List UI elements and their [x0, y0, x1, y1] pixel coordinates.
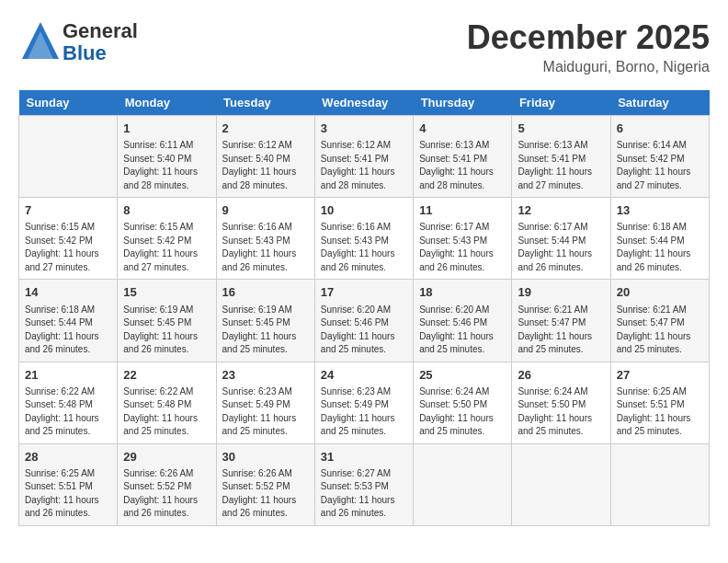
- calendar-cell: 17Sunrise: 6:20 AMSunset: 5:46 PMDayligh…: [314, 280, 413, 362]
- header-friday: Friday: [512, 90, 610, 116]
- calendar-cell: [610, 443, 709, 525]
- header-row: SundayMondayTuesdayWednesdayThursdayFrid…: [19, 90, 710, 116]
- calendar-cell: 21Sunrise: 6:22 AMSunset: 5:48 PMDayligh…: [19, 362, 118, 443]
- day-number: 5: [518, 121, 604, 137]
- day-number: 19: [518, 284, 604, 301]
- cell-info: Sunrise: 6:23 AMSunset: 5:49 PMDaylight:…: [321, 385, 407, 439]
- cell-info: Sunrise: 6:17 AMSunset: 5:43 PMDaylight:…: [419, 221, 506, 274]
- cell-info: Sunrise: 6:23 AMSunset: 5:49 PMDaylight:…: [222, 385, 309, 439]
- cell-info: Sunrise: 6:25 AMSunset: 5:51 PMDaylight:…: [25, 467, 111, 521]
- day-number: 13: [617, 202, 703, 219]
- cell-info: Sunrise: 6:25 AMSunset: 5:51 PMDaylight:…: [617, 385, 703, 439]
- calendar-cell: 20Sunrise: 6:21 AMSunset: 5:47 PMDayligh…: [610, 280, 709, 362]
- header-thursday: Thursday: [414, 90, 512, 116]
- cell-info: Sunrise: 6:15 AMSunset: 5:42 PMDaylight:…: [25, 221, 111, 274]
- day-number: 11: [419, 202, 506, 219]
- day-number: 25: [419, 367, 506, 384]
- week-row: 7Sunrise: 6:15 AMSunset: 5:42 PMDaylight…: [19, 198, 710, 280]
- calendar-cell: 16Sunrise: 6:19 AMSunset: 5:45 PMDayligh…: [216, 280, 314, 362]
- calendar-cell: 12Sunrise: 6:17 AMSunset: 5:44 PMDayligh…: [512, 198, 610, 280]
- calendar-cell: 19Sunrise: 6:21 AMSunset: 5:47 PMDayligh…: [512, 280, 610, 362]
- cell-info: Sunrise: 6:22 AMSunset: 5:48 PMDaylight:…: [123, 385, 210, 439]
- cell-info: Sunrise: 6:11 AMSunset: 5:40 PMDaylight:…: [123, 139, 210, 192]
- calendar-cell: 8Sunrise: 6:15 AMSunset: 5:42 PMDaylight…: [118, 198, 216, 280]
- day-number: 7: [25, 202, 111, 219]
- day-number: 10: [321, 202, 407, 219]
- day-number: 15: [123, 284, 210, 301]
- day-number: 16: [222, 284, 309, 301]
- header-tuesday: Tuesday: [216, 90, 314, 116]
- day-number: 12: [518, 202, 604, 219]
- cell-info: Sunrise: 6:16 AMSunset: 5:43 PMDaylight:…: [321, 221, 407, 274]
- cell-info: Sunrise: 6:24 AMSunset: 5:50 PMDaylight:…: [419, 385, 506, 439]
- cell-info: Sunrise: 6:12 AMSunset: 5:40 PMDaylight:…: [222, 139, 309, 192]
- cell-info: Sunrise: 6:19 AMSunset: 5:45 PMDaylight:…: [222, 304, 309, 357]
- cell-info: Sunrise: 6:27 AMSunset: 5:53 PMDaylight:…: [321, 467, 407, 521]
- calendar-cell: 5Sunrise: 6:13 AMSunset: 5:41 PMDaylight…: [512, 116, 610, 198]
- day-number: 20: [617, 284, 703, 301]
- calendar-cell: 29Sunrise: 6:26 AMSunset: 5:52 PMDayligh…: [118, 443, 216, 525]
- calendar-cell: 4Sunrise: 6:13 AMSunset: 5:41 PMDaylight…: [414, 116, 512, 198]
- day-number: 3: [321, 121, 407, 137]
- calendar-cell: 25Sunrise: 6:24 AMSunset: 5:50 PMDayligh…: [414, 362, 512, 443]
- calendar-cell: 31Sunrise: 6:27 AMSunset: 5:53 PMDayligh…: [314, 443, 413, 525]
- calendar-cell: 26Sunrise: 6:24 AMSunset: 5:50 PMDayligh…: [512, 362, 610, 443]
- calendar-cell: 24Sunrise: 6:23 AMSunset: 5:49 PMDayligh…: [314, 362, 413, 443]
- cell-info: Sunrise: 6:20 AMSunset: 5:46 PMDaylight:…: [321, 304, 407, 357]
- day-number: 23: [222, 367, 309, 384]
- day-number: 17: [321, 284, 407, 301]
- calendar-cell: 15Sunrise: 6:19 AMSunset: 5:45 PMDayligh…: [118, 280, 216, 362]
- day-number: 26: [518, 367, 604, 384]
- cell-info: Sunrise: 6:21 AMSunset: 5:47 PMDaylight:…: [518, 304, 604, 357]
- week-row: 28Sunrise: 6:25 AMSunset: 5:51 PMDayligh…: [19, 443, 710, 525]
- logo-text: General Blue: [63, 20, 138, 64]
- cell-info: Sunrise: 6:18 AMSunset: 5:44 PMDaylight:…: [617, 221, 703, 274]
- cell-info: Sunrise: 6:12 AMSunset: 5:41 PMDaylight:…: [321, 139, 407, 192]
- calendar-cell: 18Sunrise: 6:20 AMSunset: 5:46 PMDayligh…: [414, 280, 512, 362]
- header-wednesday: Wednesday: [314, 90, 413, 116]
- header-sunday: Sunday: [19, 90, 118, 116]
- calendar-cell: 3Sunrise: 6:12 AMSunset: 5:41 PMDaylight…: [314, 116, 413, 198]
- logo-icon: [18, 18, 63, 63]
- title-block: December 2025 Maiduguri, Borno, Nigeria: [467, 18, 710, 75]
- header-saturday: Saturday: [610, 90, 709, 116]
- day-number: 14: [25, 284, 111, 301]
- cell-info: Sunrise: 6:13 AMSunset: 5:41 PMDaylight:…: [419, 139, 506, 192]
- week-row: 21Sunrise: 6:22 AMSunset: 5:48 PMDayligh…: [19, 362, 710, 443]
- cell-info: Sunrise: 6:14 AMSunset: 5:42 PMDaylight:…: [617, 139, 703, 192]
- day-number: 27: [617, 367, 703, 384]
- day-number: 1: [123, 121, 210, 137]
- cell-info: Sunrise: 6:22 AMSunset: 5:48 PMDaylight:…: [25, 385, 111, 439]
- calendar-cell: 14Sunrise: 6:18 AMSunset: 5:44 PMDayligh…: [19, 280, 118, 362]
- day-number: 31: [321, 449, 407, 465]
- month-title: December 2025: [467, 18, 710, 57]
- cell-info: Sunrise: 6:26 AMSunset: 5:52 PMDaylight:…: [123, 467, 210, 521]
- cell-info: Sunrise: 6:15 AMSunset: 5:42 PMDaylight:…: [123, 221, 210, 274]
- logo: General Blue: [18, 18, 138, 66]
- week-row: 14Sunrise: 6:18 AMSunset: 5:44 PMDayligh…: [19, 280, 710, 362]
- calendar-cell: 1Sunrise: 6:11 AMSunset: 5:40 PMDaylight…: [118, 116, 216, 198]
- day-number: 28: [25, 449, 111, 465]
- week-row: 1Sunrise: 6:11 AMSunset: 5:40 PMDaylight…: [19, 116, 710, 198]
- day-number: 22: [123, 367, 210, 384]
- header-monday: Monday: [118, 90, 216, 116]
- day-number: 30: [222, 449, 309, 465]
- cell-info: Sunrise: 6:17 AMSunset: 5:44 PMDaylight:…: [518, 221, 604, 274]
- logo-blue: Blue: [63, 42, 138, 64]
- calendar-table: SundayMondayTuesdayWednesdayThursdayFrid…: [18, 90, 710, 526]
- calendar-cell: 6Sunrise: 6:14 AMSunset: 5:42 PMDaylight…: [610, 116, 709, 198]
- cell-info: Sunrise: 6:18 AMSunset: 5:44 PMDaylight:…: [25, 304, 111, 357]
- calendar-cell: 22Sunrise: 6:22 AMSunset: 5:48 PMDayligh…: [118, 362, 216, 443]
- page-header: General Blue December 2025 Maiduguri, Bo…: [18, 18, 710, 75]
- calendar-cell: 7Sunrise: 6:15 AMSunset: 5:42 PMDaylight…: [19, 198, 118, 280]
- calendar-cell: [19, 116, 118, 198]
- day-number: 24: [321, 367, 407, 384]
- calendar-cell: 23Sunrise: 6:23 AMSunset: 5:49 PMDayligh…: [216, 362, 314, 443]
- cell-info: Sunrise: 6:13 AMSunset: 5:41 PMDaylight:…: [518, 139, 604, 192]
- day-number: 21: [25, 367, 111, 384]
- day-number: 6: [617, 121, 703, 137]
- logo-general: General: [63, 20, 138, 42]
- cell-info: Sunrise: 6:24 AMSunset: 5:50 PMDaylight:…: [518, 385, 604, 439]
- cell-info: Sunrise: 6:26 AMSunset: 5:52 PMDaylight:…: [222, 467, 309, 521]
- calendar-cell: 2Sunrise: 6:12 AMSunset: 5:40 PMDaylight…: [216, 116, 314, 198]
